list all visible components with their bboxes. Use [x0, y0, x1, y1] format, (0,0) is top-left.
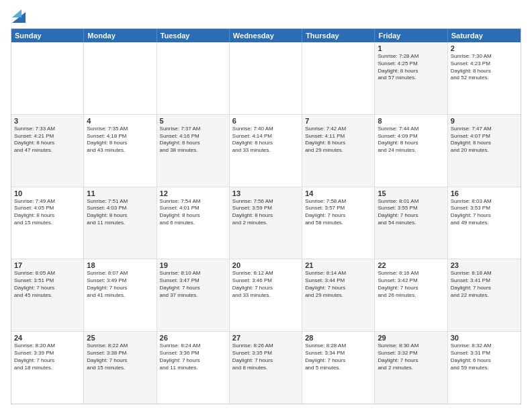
- cal-cell: 13Sunrise: 7:56 AM Sunset: 3:59 PM Dayli…: [230, 187, 302, 259]
- day-info: Sunrise: 7:56 AM Sunset: 3:59 PM Dayligh…: [232, 198, 299, 227]
- day-info: Sunrise: 8:14 AM Sunset: 3:44 PM Dayligh…: [305, 270, 371, 299]
- cal-cell: [230, 42, 302, 114]
- calendar-header: SundayMondayTuesdayWednesdayThursdayFrid…: [11, 29, 521, 42]
- day-info: Sunrise: 8:10 AM Sunset: 3:47 PM Dayligh…: [160, 270, 226, 299]
- cal-cell: 11Sunrise: 7:51 AM Sunset: 4:03 PM Dayli…: [84, 187, 157, 259]
- day-info: Sunrise: 8:24 AM Sunset: 3:36 PM Dayligh…: [160, 342, 226, 371]
- cal-cell: [84, 42, 157, 114]
- day-number: 13: [232, 189, 299, 197]
- day-info: Sunrise: 8:30 AM Sunset: 3:32 PM Dayligh…: [378, 342, 444, 371]
- cal-cell: 2Sunrise: 7:30 AM Sunset: 4:23 PM Daylig…: [448, 42, 521, 114]
- calendar-body: 1Sunrise: 7:28 AM Sunset: 4:25 PM Daylig…: [11, 42, 521, 404]
- day-number: 9: [451, 117, 518, 125]
- day-info: Sunrise: 7:47 AM Sunset: 4:07 PM Dayligh…: [451, 126, 518, 154]
- cal-cell: [302, 42, 375, 114]
- day-number: 3: [14, 117, 81, 125]
- day-number: 17: [14, 261, 81, 269]
- day-info: Sunrise: 7:51 AM Sunset: 4:03 PM Dayligh…: [87, 198, 153, 227]
- day-number: 18: [87, 261, 153, 269]
- day-info: Sunrise: 7:49 AM Sunset: 4:05 PM Dayligh…: [14, 198, 81, 227]
- week-row-2: 10Sunrise: 7:49 AM Sunset: 4:05 PM Dayli…: [11, 187, 521, 260]
- day-info: Sunrise: 7:40 AM Sunset: 4:14 PM Dayligh…: [232, 126, 299, 154]
- day-number: 15: [378, 189, 444, 197]
- day-number: 12: [160, 189, 226, 197]
- day-number: 6: [232, 117, 299, 125]
- day-number: 10: [14, 189, 81, 197]
- svg-marker-1: [12, 9, 21, 17]
- cal-cell: [11, 42, 84, 114]
- day-info: Sunrise: 8:18 AM Sunset: 3:41 PM Dayligh…: [451, 270, 518, 299]
- cal-cell: 25Sunrise: 8:22 AM Sunset: 3:38 PM Dayli…: [84, 332, 157, 404]
- cal-cell: 19Sunrise: 8:10 AM Sunset: 3:47 PM Dayli…: [157, 259, 230, 331]
- day-number: 30: [451, 334, 518, 342]
- day-info: Sunrise: 8:07 AM Sunset: 3:49 PM Dayligh…: [87, 270, 153, 299]
- day-number: 5: [160, 117, 226, 125]
- day-info: Sunrise: 8:20 AM Sunset: 3:39 PM Dayligh…: [14, 342, 81, 371]
- day-info: Sunrise: 7:37 AM Sunset: 4:16 PM Dayligh…: [160, 126, 226, 154]
- header-cell-monday: Monday: [84, 29, 157, 42]
- week-row-4: 24Sunrise: 8:20 AM Sunset: 3:39 PM Dayli…: [11, 332, 521, 404]
- cal-cell: 1Sunrise: 7:28 AM Sunset: 4:25 PM Daylig…: [375, 42, 447, 114]
- day-info: Sunrise: 7:30 AM Sunset: 4:23 PM Dayligh…: [451, 53, 518, 82]
- day-info: Sunrise: 7:54 AM Sunset: 4:01 PM Dayligh…: [160, 198, 226, 227]
- day-info: Sunrise: 8:05 AM Sunset: 3:51 PM Dayligh…: [14, 270, 81, 299]
- day-number: 11: [87, 189, 153, 197]
- day-info: Sunrise: 7:42 AM Sunset: 4:11 PM Dayligh…: [305, 126, 371, 154]
- day-number: 14: [305, 189, 371, 197]
- day-info: Sunrise: 7:44 AM Sunset: 4:09 PM Dayligh…: [378, 126, 444, 154]
- header-cell-thursday: Thursday: [302, 29, 375, 42]
- day-info: Sunrise: 8:12 AM Sunset: 3:46 PM Dayligh…: [232, 270, 299, 299]
- week-row-0: 1Sunrise: 7:28 AM Sunset: 4:25 PM Daylig…: [11, 42, 521, 115]
- cal-cell: 29Sunrise: 8:30 AM Sunset: 3:32 PM Dayli…: [375, 332, 447, 404]
- day-info: Sunrise: 7:35 AM Sunset: 4:18 PM Dayligh…: [87, 126, 153, 154]
- cal-cell: 23Sunrise: 8:18 AM Sunset: 3:41 PM Dayli…: [448, 259, 521, 331]
- header-cell-sunday: Sunday: [11, 29, 84, 42]
- day-info: Sunrise: 7:33 AM Sunset: 4:21 PM Dayligh…: [14, 126, 81, 154]
- cal-cell: 30Sunrise: 8:32 AM Sunset: 3:31 PM Dayli…: [448, 332, 521, 404]
- week-row-1: 3Sunrise: 7:33 AM Sunset: 4:21 PM Daylig…: [11, 115, 521, 187]
- day-number: 20: [232, 261, 299, 269]
- calendar: SundayMondayTuesdayWednesdayThursdayFrid…: [11, 28, 521, 404]
- cal-cell: 7Sunrise: 7:42 AM Sunset: 4:11 PM Daylig…: [302, 115, 375, 187]
- day-info: Sunrise: 8:28 AM Sunset: 3:34 PM Dayligh…: [305, 342, 371, 371]
- day-info: Sunrise: 8:32 AM Sunset: 3:31 PM Dayligh…: [451, 342, 518, 371]
- day-info: Sunrise: 8:01 AM Sunset: 3:55 PM Dayligh…: [378, 198, 444, 227]
- day-info: Sunrise: 8:16 AM Sunset: 3:42 PM Dayligh…: [378, 270, 444, 299]
- cal-cell: 14Sunrise: 7:58 AM Sunset: 3:57 PM Dayli…: [302, 187, 375, 259]
- day-number: 19: [160, 261, 226, 269]
- day-info: Sunrise: 7:58 AM Sunset: 3:57 PM Dayligh…: [305, 198, 371, 227]
- day-number: 1: [378, 44, 444, 52]
- cal-cell: 16Sunrise: 8:03 AM Sunset: 3:53 PM Dayli…: [448, 187, 521, 259]
- cal-cell: 22Sunrise: 8:16 AM Sunset: 3:42 PM Dayli…: [375, 259, 447, 331]
- day-number: 24: [14, 334, 81, 342]
- cal-cell: 3Sunrise: 7:33 AM Sunset: 4:21 PM Daylig…: [11, 115, 84, 187]
- day-number: 29: [378, 334, 444, 342]
- day-number: 28: [305, 334, 371, 342]
- logo-icon: [12, 7, 26, 23]
- cal-cell: 5Sunrise: 7:37 AM Sunset: 4:16 PM Daylig…: [157, 115, 230, 187]
- day-info: Sunrise: 8:22 AM Sunset: 3:38 PM Dayligh…: [87, 342, 153, 371]
- day-number: 8: [378, 117, 444, 125]
- day-number: 22: [378, 261, 444, 269]
- logo: [11, 8, 26, 23]
- cal-cell: 20Sunrise: 8:12 AM Sunset: 3:46 PM Dayli…: [230, 259, 302, 331]
- cal-cell: 4Sunrise: 7:35 AM Sunset: 4:18 PM Daylig…: [84, 115, 157, 187]
- header-cell-tuesday: Tuesday: [157, 29, 230, 42]
- day-info: Sunrise: 7:28 AM Sunset: 4:25 PM Dayligh…: [378, 53, 444, 82]
- week-row-3: 17Sunrise: 8:05 AM Sunset: 3:51 PM Dayli…: [11, 259, 521, 332]
- cal-cell: 9Sunrise: 7:47 AM Sunset: 4:07 PM Daylig…: [448, 115, 521, 187]
- cal-cell: 8Sunrise: 7:44 AM Sunset: 4:09 PM Daylig…: [375, 115, 447, 187]
- day-number: 2: [451, 44, 518, 52]
- cal-cell: 26Sunrise: 8:24 AM Sunset: 3:36 PM Dayli…: [157, 332, 230, 404]
- day-number: 4: [87, 117, 153, 125]
- day-number: 16: [451, 189, 518, 197]
- day-info: Sunrise: 8:26 AM Sunset: 3:35 PM Dayligh…: [232, 342, 299, 371]
- day-number: 25: [87, 334, 153, 342]
- cal-cell: 6Sunrise: 7:40 AM Sunset: 4:14 PM Daylig…: [230, 115, 302, 187]
- cal-cell: 12Sunrise: 7:54 AM Sunset: 4:01 PM Dayli…: [157, 187, 230, 259]
- day-number: 23: [451, 261, 518, 269]
- page: SundayMondayTuesdayWednesdayThursdayFrid…: [0, 0, 532, 411]
- cal-cell: 10Sunrise: 7:49 AM Sunset: 4:05 PM Dayli…: [11, 187, 84, 259]
- cal-cell: 28Sunrise: 8:28 AM Sunset: 3:34 PM Dayli…: [302, 332, 375, 404]
- cal-cell: 15Sunrise: 8:01 AM Sunset: 3:55 PM Dayli…: [375, 187, 447, 259]
